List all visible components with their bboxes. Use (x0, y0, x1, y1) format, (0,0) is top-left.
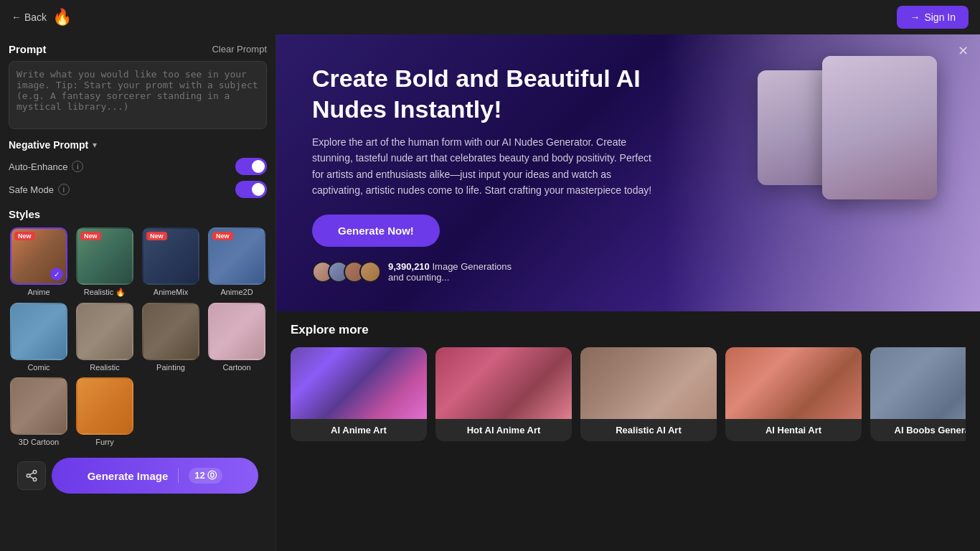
style-badge-anime: New (14, 232, 35, 240)
style-thumb-realistic: New (76, 227, 133, 285)
explore-card-label-boobs: AI Boobs Generator (870, 419, 966, 441)
avatar-4 (359, 261, 381, 283)
style-name-painting: Painting (156, 363, 185, 372)
safe-mode-label: Safe Mode (9, 184, 54, 195)
style-item-animemix[interactable]: New AnimeMix (141, 227, 201, 297)
back-arrow-icon: ← (11, 11, 22, 23)
style-item-painting[interactable]: Painting (141, 303, 201, 372)
explore-card-ai-anime[interactable]: AI Anime Art (291, 347, 427, 441)
style-thumb-realistic2 (76, 303, 133, 360)
svg-line-4 (29, 473, 33, 475)
prompt-textarea[interactable] (9, 61, 267, 129)
explore-card-label-hot-anime: Hot AI Anime Art (435, 419, 572, 441)
avatar-group (312, 261, 381, 283)
topbar-left: ← Back 🔥 (11, 8, 72, 27)
style-item-anime2d[interactable]: New Anime2D (207, 227, 267, 297)
style-thumb-furry (76, 377, 133, 435)
style-item-realistic[interactable]: New Realistic 🔥 (75, 227, 135, 297)
right-content: ✕ Create Bold and Beautiful AI Nudes Ins… (276, 34, 980, 551)
explore-card-img-boobs (870, 347, 966, 419)
clear-prompt-button[interactable]: Clear Prompt (212, 44, 267, 55)
style-badge-animemix: New (146, 232, 167, 240)
back-button[interactable]: ← Back (11, 11, 47, 23)
social-sub: and counting... (388, 272, 449, 283)
style-name-cartoon: Cartoon (222, 363, 250, 372)
explore-section: Explore more AI Anime Art Hot AI Anime A… (276, 311, 980, 551)
style-name-furry: Furry (95, 438, 114, 446)
safe-mode-info-icon[interactable]: i (58, 184, 70, 195)
sidebar-bottom-bar: Generate Image 12 ⓪ (9, 451, 267, 501)
explore-card-label-ai-anime: AI Anime Art (291, 419, 427, 441)
style-badge-anime2d: New (212, 232, 233, 240)
sign-in-arrow-icon: → (910, 11, 920, 23)
negative-prompt-row[interactable]: Negative Prompt ▾ (9, 139, 267, 151)
explore-card-img-hentai (725, 347, 862, 419)
style-item-furry[interactable]: Furry (75, 377, 135, 446)
credit-badge: 12 ⓪ (189, 468, 222, 484)
auto-enhance-label: Auto-Enhance (9, 161, 67, 172)
sign-in-button[interactable]: → Sign In (897, 6, 969, 29)
styles-label: Styles (9, 208, 267, 220)
prompt-header: Prompt Clear Prompt (9, 43, 267, 55)
main-layout: Prompt Clear Prompt Negative Prompt ▾ Au… (0, 34, 980, 551)
style-name-anime2d: Anime2D (220, 288, 253, 296)
social-count: 9,390,210 (388, 261, 430, 272)
style-thumb-cartoon (208, 303, 265, 360)
hero-banner: ✕ Create Bold and Beautiful AI Nudes Ins… (276, 34, 980, 311)
style-item-comic[interactable]: Comic (9, 303, 69, 372)
style-name-realistic: Realistic 🔥 (84, 288, 126, 297)
style-thumb-3dcartoon (10, 377, 67, 435)
share-button[interactable] (17, 461, 46, 490)
topbar: ← Back 🔥 → Sign In (0, 0, 980, 34)
back-label: Back (24, 11, 47, 23)
auto-enhance-row: Auto-Enhance i (9, 158, 267, 175)
explore-card-label-hentai: AI Hentai Art (725, 419, 862, 441)
style-badge-realistic: New (80, 232, 101, 240)
prompt-label: Prompt (9, 43, 47, 55)
style-name-3dcartoon: 3D Cartoon (19, 438, 59, 446)
style-thumb-comic (10, 303, 67, 360)
safe-mode-toggle[interactable] (235, 181, 267, 198)
style-name-anime: Anime (27, 288, 50, 296)
safe-mode-left: Safe Mode i (9, 184, 70, 195)
explore-card-boobs[interactable]: AI Boobs Generator (870, 347, 966, 441)
safe-mode-row: Safe Mode i (9, 181, 267, 198)
logo-icon: 🔥 (52, 8, 72, 27)
style-thumb-painting (142, 303, 199, 360)
style-item-3dcartoon[interactable]: 3D Cartoon (9, 377, 69, 446)
social-suffix: Image Generations (432, 261, 512, 272)
style-item-realistic2[interactable]: Realistic (75, 303, 135, 372)
auto-enhance-toggle[interactable] (235, 158, 267, 175)
explore-card-realistic[interactable]: Realistic AI Art (580, 347, 717, 441)
explore-card-img-hot-anime (435, 347, 572, 419)
style-thumb-anime2d: New (208, 227, 265, 285)
style-name-animemix: AnimeMix (154, 288, 188, 296)
explore-card-label-realistic: Realistic AI Art (580, 419, 717, 441)
style-check-anime: ✓ (50, 268, 63, 281)
sidebar: Prompt Clear Prompt Negative Prompt ▾ Au… (0, 34, 276, 551)
svg-point-0 (33, 471, 37, 474)
style-thumb-anime: New ✓ (10, 227, 67, 285)
style-thumb-animemix: New (142, 227, 199, 285)
share-icon (25, 469, 38, 482)
hero-generate-button[interactable]: Generate Now! (312, 215, 440, 247)
explore-title: Explore more (291, 323, 966, 337)
style-item-cartoon[interactable]: Cartoon (207, 303, 267, 372)
explore-card-hentai[interactable]: AI Hentai Art (725, 347, 862, 441)
svg-line-3 (29, 476, 33, 479)
style-name-comic: Comic (27, 363, 50, 372)
explore-card-img-realistic (580, 347, 717, 419)
svg-point-2 (33, 478, 37, 481)
social-text: 9,390,210 Image Generations and counting… (388, 261, 512, 283)
generate-divider (178, 468, 179, 483)
explore-card-img-ai-anime (291, 347, 427, 419)
generate-button[interactable]: Generate Image 12 ⓪ (52, 458, 258, 494)
auto-enhance-info-icon[interactable]: i (72, 161, 83, 172)
auto-enhance-left: Auto-Enhance i (9, 161, 83, 172)
explore-card-hot-anime[interactable]: Hot AI Anime Art (435, 347, 572, 441)
generate-label: Generate Image (88, 470, 169, 482)
style-item-anime[interactable]: New ✓ Anime (9, 227, 69, 297)
hero-description: Explore the art of the human form with o… (312, 134, 656, 199)
svg-point-1 (27, 474, 30, 478)
hero-title: Create Bold and Beautiful AI Nudes Insta… (312, 63, 671, 124)
